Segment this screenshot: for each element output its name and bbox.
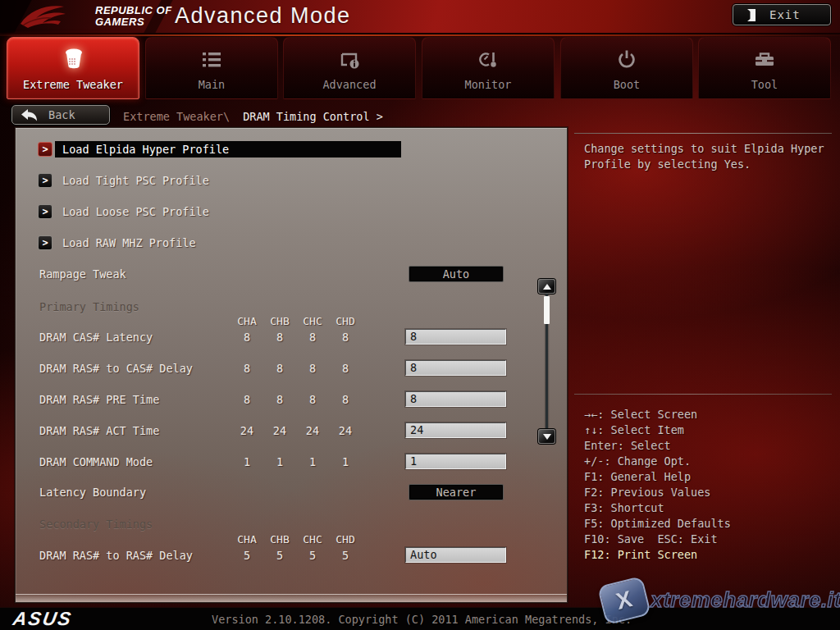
sidebar-divider-top (574, 133, 832, 134)
scroll-up-button[interactable] (538, 279, 555, 294)
cha-value: 8 (231, 391, 263, 408)
ras-pre-input[interactable]: 8 (405, 391, 506, 407)
row-dram-command-mode: DRAM COMMAND Mode 1 1 1 1 1 (16, 454, 567, 470)
tab-main[interactable]: Main (145, 37, 278, 99)
command-mode-input[interactable]: 1 (405, 454, 506, 469)
primary-column-headers: CHA CHB CHC CHD (16, 316, 567, 327)
setting-label: DRAM RAS# to RAS# Delay (39, 547, 193, 564)
cha-value: 8 (231, 329, 263, 345)
asus-logo: ASUS (11, 608, 75, 630)
version-text: Version 2.10.1208. Copyright (C) 2011 Am… (212, 613, 632, 626)
chb-value: 24 (263, 422, 296, 439)
brand-line1: REPUBLIC OF (95, 5, 172, 16)
key-f10-save-esc-exit: F10: Save ESC: Exit (584, 532, 731, 547)
tab-advanced[interactable]: Advanced (283, 37, 416, 99)
column-header-chc: CHC (296, 534, 329, 546)
submenu-arrow-icon: > (38, 142, 52, 157)
tab-label: Main (146, 78, 277, 91)
key-select-screen: →←: Select Screen (584, 407, 731, 422)
toolbox-icon (751, 48, 778, 72)
column-header-chc: CHC (296, 316, 329, 327)
key-f5-defaults: F5: Optimized Defaults (584, 516, 731, 532)
power-icon (614, 48, 640, 72)
chc-value: 1 (296, 454, 329, 470)
setting-label: Rampage Tweak (39, 266, 126, 282)
rampage-tweak-dropdown[interactable]: Auto (409, 266, 504, 282)
submenu-arrow-icon: > (38, 235, 52, 250)
ras-act-input[interactable]: 24 (405, 422, 506, 438)
exit-label: Exit (769, 8, 801, 21)
menu-item-label: Load Elpida Hyper Profile (55, 141, 401, 158)
key-select-item: ↑↓: Select Item (584, 422, 731, 438)
tab-label: Tool (699, 78, 830, 91)
chd-value: 8 (329, 329, 362, 345)
row-rampage-tweak: Rampage Tweak Auto (16, 266, 567, 282)
key-f3-shortcut: F3: Shortcut (584, 500, 731, 516)
breadcrumb-parent: Extreme Tweaker\ (123, 110, 230, 123)
chb-value: 1 (263, 454, 296, 470)
back-button[interactable]: Back (11, 105, 110, 125)
chb-value: 5 (263, 547, 296, 564)
tab-extreme-tweaker[interactable]: Extreme Tweaker (7, 37, 139, 99)
row-dram-ras-act-time: DRAM RAS# ACT Time 24 24 24 24 24 (16, 422, 567, 439)
chd-value: 24 (329, 422, 362, 439)
tab-monitor[interactable]: Monitor (422, 37, 555, 99)
cha-value: 8 (231, 360, 263, 377)
chc-value: 8 (296, 391, 329, 408)
scroll-down-button[interactable] (538, 429, 555, 444)
cas-latency-input[interactable]: 8 (405, 329, 506, 345)
secondary-column-headers: CHA CHB CHC CHD (16, 534, 567, 546)
section-secondary-timings: Secondary Timings (39, 516, 153, 532)
up-triangle-icon (543, 284, 551, 290)
setting-label: DRAM COMMAND Mode (39, 454, 153, 470)
tab-tool[interactable]: Tool (698, 37, 831, 99)
section-primary-timings: Primary Timings (39, 299, 139, 315)
menu-item-load-tight-psc-profile[interactable]: > Load Tight PSC Profile (16, 172, 567, 189)
tab-label: Extreme Tweaker (7, 78, 139, 91)
watermark-text: xtremehardware.it (651, 587, 840, 613)
menu-item-load-loose-psc-profile[interactable]: > Load Loose PSC Profile (16, 203, 567, 220)
column-header-chd: CHD (329, 534, 362, 546)
key-f2-previous: F2: Previous Values (584, 485, 731, 500)
cha-value: 24 (231, 422, 263, 439)
column-header-chb: CHB (263, 316, 296, 327)
chb-value: 8 (263, 391, 296, 408)
list-icon (199, 48, 225, 72)
chb-value: 8 (263, 329, 296, 345)
chd-value: 8 (329, 360, 362, 377)
row-dram-cas-latency: DRAM CAS# Latency 8 8 8 8 8 (16, 329, 567, 345)
brand-text: REPUBLIC OF GAMERS (95, 5, 172, 28)
scrollbar-thumb[interactable] (544, 296, 550, 324)
bios-screen: REPUBLIC OF GAMERS Advanced Mode Exit Ex… (0, 0, 840, 630)
key-legend: →←: Select Screen ↑↓: Select Item Enter:… (584, 407, 731, 563)
chc-value: 5 (296, 547, 329, 564)
tab-label: Boot (561, 78, 692, 91)
setting-label: DRAM RAS# PRE Time (39, 391, 159, 408)
menu-item-load-elpida-hyper-profile[interactable]: > Load Elpida Hyper Profile (16, 141, 567, 158)
menu-item-load-raw-mhz-profile[interactable]: > Load RAW MHZ Profile (16, 235, 567, 251)
setting-label: DRAM RAS# ACT Time (39, 422, 159, 439)
latency-boundary-dropdown[interactable]: Nearer (409, 484, 504, 500)
row-latency-boundary: Latency Boundary Nearer (16, 484, 567, 500)
breadcrumb: Extreme Tweaker\ DRAM Timing Control > (123, 110, 383, 123)
setting-label: Latency Boundary (39, 484, 146, 500)
submenu-arrow-icon: > (38, 204, 52, 219)
tweaker-dial-icon (58, 46, 88, 74)
watermark-x-icon: X (597, 576, 651, 625)
rog-logo (18, 2, 92, 32)
back-arrow-icon (21, 108, 39, 122)
row-dram-ras-to-ras-delay: DRAM RAS# to RAS# Delay 5 5 5 5 Auto (16, 547, 567, 564)
chd-value: 5 (329, 547, 362, 564)
ras-to-ras-input[interactable]: Auto (405, 547, 506, 563)
ras-to-cas-input[interactable]: 8 (405, 360, 506, 376)
panel-scrollbar[interactable] (538, 279, 556, 444)
cha-value: 1 (231, 454, 263, 470)
exit-door-icon (745, 8, 758, 22)
tab-boot[interactable]: Boot (560, 37, 693, 99)
tab-label: Monitor (422, 78, 554, 91)
watermark: X xtremehardware.it (601, 579, 835, 622)
page-title: Advanced Mode (175, 3, 351, 29)
column-header-cha: CHA (231, 316, 263, 327)
exit-button[interactable]: Exit (733, 4, 831, 25)
row-dram-ras-pre-time: DRAM RAS# PRE Time 8 8 8 8 8 (16, 391, 567, 408)
